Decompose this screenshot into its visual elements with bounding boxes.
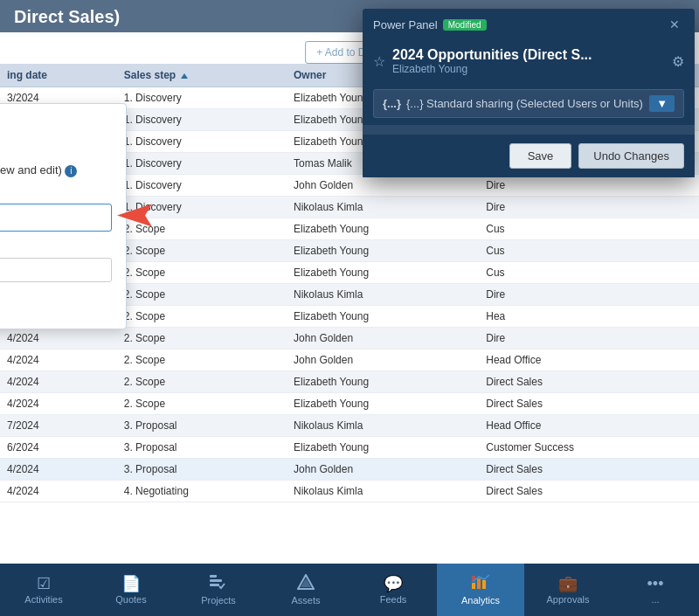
tab-feeds-label: Feeds [380, 594, 407, 605]
svg-rect-1 [210, 579, 222, 582]
arrow-indicator [117, 202, 152, 228]
panel-buttons: Save Undo Changes [363, 135, 695, 177]
additional-editors-label: Additional Editors i [0, 186, 112, 198]
feeds-icon: 💬 [384, 576, 403, 592]
table-row: 4/20242. ScopeElizabeth YoungDirect Sale… [0, 371, 699, 393]
panel-title: Power Panel [373, 18, 438, 31]
sharing-dots: {...} [383, 97, 401, 110]
tab-projects-label: Projects [201, 595, 236, 606]
undo-changes-button[interactable]: Undo Changes [578, 143, 684, 169]
svg-rect-7 [482, 580, 486, 589]
table-row: 4/20242. ScopeJohn GoldenDire [0, 328, 699, 350]
panel-header: Power Panel Modified ✕ [363, 9, 695, 40]
popup-title: Who can see this report? [0, 118, 112, 131]
save-button[interactable]: Save [509, 143, 572, 169]
tab-quotes[interactable]: 📄 Quotes [87, 564, 175, 616]
report-subtitle: Elizabeth Young [392, 63, 592, 75]
table-row: 4/20244. NegotiatingNikolaus KimlaDirect… [0, 481, 699, 502]
tab-assets[interactable]: Assets [262, 564, 350, 616]
table-row: 4/20242. ScopeElizabeth YoungDirect Sale… [0, 393, 699, 415]
tab-quotes-label: Quotes [115, 594, 146, 605]
star-icon[interactable]: ☆ [373, 53, 385, 70]
assets-icon [297, 574, 315, 592]
col-date: ing date [0, 64, 117, 87]
tab-projects[interactable]: Projects [175, 564, 262, 616]
report-title: 2024 Opportunities (Direct S... [392, 47, 592, 63]
table-row: 4/20243. ProposalJohn GoldenDirect Sales [0, 459, 699, 481]
projects-icon [210, 575, 227, 592]
gear-icon[interactable]: ⚙ [672, 53, 684, 70]
watchers-input[interactable] [0, 258, 112, 282]
radio-custom[interactable]: {...} Custom (Owner & Compatible Users c… [0, 163, 112, 177]
tab-bar: ☑ Activities 📄 Quotes Projects Assets 💬 … [0, 564, 699, 616]
chevron-down-icon: ▼ [649, 95, 675, 112]
tab-feeds[interactable]: 💬 Feeds [350, 564, 437, 616]
tab-analytics-label: Analytics [461, 595, 500, 606]
svg-rect-0 [210, 575, 217, 578]
radio-custom-label: {...} Custom (Owner & Compatible Users c… [0, 163, 77, 177]
tab-activities-label: Activities [24, 594, 62, 605]
tab-analytics[interactable]: Analytics [437, 564, 524, 616]
sharing-row: {...} {...} Standard sharing (Selected U… [363, 82, 695, 125]
svg-rect-5 [472, 583, 475, 589]
svg-rect-6 [477, 578, 481, 589]
svg-marker-9 [117, 204, 152, 226]
tab-approvals[interactable]: 💼 Approvals [524, 564, 612, 616]
quotes-icon: 📄 [121, 576, 141, 592]
editors-input[interactable]: 👤 Bill Smith ✕ [0, 204, 112, 232]
svg-rect-2 [210, 584, 219, 586]
additional-watchers-label: Additional Watchers i [0, 240, 112, 253]
tab-assets-label: Assets [291, 595, 320, 606]
page-title: Direct Sales) [14, 7, 120, 26]
approvals-icon: 💼 [558, 576, 578, 592]
power-panel: Power Panel Modified ✕ ☆ 2024 Opportunit… [363, 9, 695, 177]
col-sales-step[interactable]: Sales step [117, 64, 287, 87]
table-row: 4/20242. ScopeJohn GoldenHead Office [0, 350, 699, 371]
tab-approvals-label: Approvals [547, 594, 590, 605]
radio-public[interactable]: ⇄ Public (All Users in space can View or… [0, 293, 112, 306]
radio-private[interactable]: 🔒 Private (Only Owner can view and edit) [0, 142, 112, 155]
more-icon: ••• [647, 576, 664, 592]
activities-icon: ☑ [37, 576, 51, 592]
panel-report-row: ☆ 2024 Opportunities (Direct S... Elizab… [363, 40, 695, 82]
sharing-label: {...} Standard sharing (Selected Users o… [406, 97, 643, 110]
sharing-popup: Who can see this report? 🔒 Private (Only… [0, 103, 127, 329]
table-row: 7/20243. ProposalNikolaus KimlaHead Offi… [0, 415, 699, 437]
tab-activities[interactable]: ☑ Activities [0, 564, 87, 616]
custom-info-icon[interactable]: i [65, 165, 77, 177]
tab-more-label: ... [651, 594, 659, 605]
table-row: 6/20243. ProposalElizabeth YoungCustomer… [0, 437, 699, 459]
analytics-icon [471, 574, 490, 592]
modified-badge: Modified [443, 19, 487, 31]
panel-close-button[interactable]: ✕ [665, 16, 684, 33]
sharing-dropdown[interactable]: {...} {...} Standard sharing (Selected U… [373, 89, 684, 118]
tab-more[interactable]: ••• ... [612, 564, 699, 616]
